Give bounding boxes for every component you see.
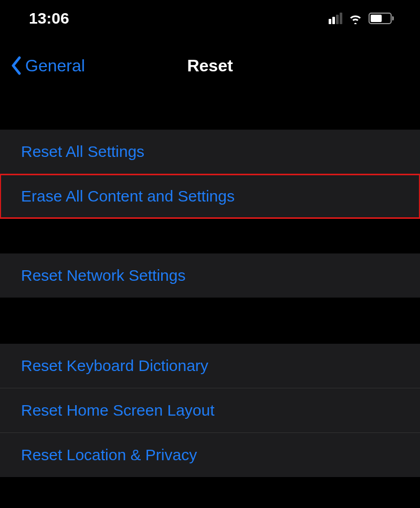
chevron-left-icon: [10, 56, 22, 75]
back-label: General: [25, 56, 85, 76]
status-icons: [329, 13, 394, 24]
reset-keyboard-dictionary-item[interactable]: Reset Keyboard Dictionary: [0, 344, 420, 388]
page-title: Reset: [187, 56, 233, 76]
erase-all-content-item[interactable]: Erase All Content and Settings: [0, 174, 420, 218]
navigation-bar: General Reset: [0, 37, 420, 94]
cellular-signal-icon: [329, 13, 342, 24]
back-button[interactable]: General: [10, 56, 85, 76]
section-gap: [0, 94, 420, 130]
reset-group-3: Reset Keyboard Dictionary Reset Home Scr…: [0, 344, 420, 477]
wifi-icon: [348, 13, 363, 24]
reset-network-settings-item[interactable]: Reset Network Settings: [0, 253, 420, 298]
reset-all-settings-item[interactable]: Reset All Settings: [0, 130, 420, 174]
reset-group-1: Reset All Settings Erase All Content and…: [0, 130, 420, 218]
status-bar: 13:06: [0, 0, 420, 37]
battery-icon: [369, 13, 394, 24]
section-gap: [0, 298, 420, 344]
reset-location-privacy-item[interactable]: Reset Location & Privacy: [0, 433, 420, 477]
section-gap: [0, 218, 420, 253]
reset-group-2: Reset Network Settings: [0, 253, 420, 298]
reset-home-screen-layout-item[interactable]: Reset Home Screen Layout: [0, 388, 420, 433]
status-time: 13:06: [29, 9, 69, 27]
